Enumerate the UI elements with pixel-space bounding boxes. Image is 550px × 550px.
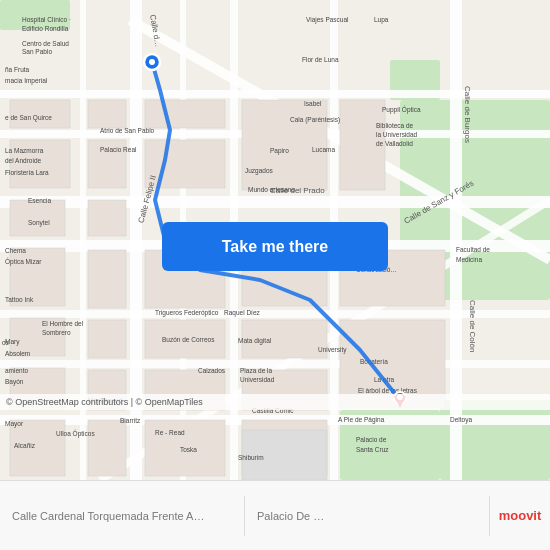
svg-text:Re - Read: Re - Read [155, 429, 185, 436]
svg-text:Santa Cruz: Santa Cruz [356, 446, 389, 453]
svg-text:Deltoya: Deltoya [450, 416, 472, 424]
destination-section: Palacio De … [245, 502, 489, 530]
svg-text:Palacio de: Palacio de [356, 436, 387, 443]
svg-rect-30 [145, 100, 225, 128]
attribution-text: © OpenStreetMap contributors | © OpenMap… [6, 397, 203, 407]
svg-point-124 [149, 59, 155, 65]
svg-text:Esencia: Esencia [28, 197, 52, 204]
svg-text:Chema: Chema [5, 247, 26, 254]
svg-text:Mundo artesano: Mundo artesano [248, 186, 295, 193]
svg-text:Calle de Burgos: Calle de Burgos [463, 86, 472, 143]
svg-text:Floristería Lara: Floristería Lara [5, 169, 49, 176]
svg-text:Toska: Toska [180, 446, 197, 453]
svg-text:Atrio de San Pablo: Atrio de San Pablo [100, 127, 155, 134]
take-me-there-button[interactable]: Take me there [162, 222, 388, 271]
svg-text:Mayor: Mayor [5, 420, 24, 428]
svg-rect-35 [242, 100, 327, 190]
svg-text:Bayón: Bayón [5, 378, 24, 386]
moovit-logo: moovit [490, 508, 550, 523]
svg-text:Isabel: Isabel [304, 100, 322, 107]
svg-rect-23 [10, 200, 65, 236]
svg-rect-31 [145, 140, 225, 188]
svg-text:La Mazmorra: La Mazmorra [5, 147, 44, 154]
origin-section: Calle Cardenal Torquemada Frente A… [0, 502, 244, 530]
svg-text:San Pablo: San Pablo [22, 48, 52, 55]
svg-text:Juzgados: Juzgados [245, 167, 274, 175]
svg-text:Calle de Colón: Calle de Colón [468, 300, 477, 352]
svg-text:Buzón de Correos: Buzón de Correos [162, 336, 215, 343]
svg-text:Viajes Pascual: Viajes Pascual [306, 16, 349, 24]
svg-text:Palacio Real: Palacio Real [100, 146, 137, 153]
origin-label: Calle Cardenal Torquemada Frente A… [12, 510, 232, 522]
svg-text:Sombrero: Sombrero [42, 329, 71, 336]
svg-text:Hospital Clínico ·: Hospital Clínico · [22, 16, 71, 24]
moovit-text: moovit [499, 508, 542, 523]
svg-text:Shiburim: Shiburim [238, 454, 264, 461]
svg-text:Papiro: Papiro [270, 147, 289, 155]
svg-text:Universidad: Universidad [240, 376, 275, 383]
svg-rect-48 [88, 420, 126, 476]
svg-text:Óptica Mizar: Óptica Mizar [5, 257, 42, 266]
bottom-bar: Calle Cardenal Torquemada Frente A… Pala… [0, 480, 550, 550]
svg-text:Cala (Paréntesis): Cala (Paréntesis) [290, 116, 340, 124]
svg-text:Alcañiz: Alcañiz [14, 442, 36, 449]
svg-rect-46 [88, 320, 126, 358]
svg-rect-27 [88, 100, 126, 128]
svg-text:Calzados: Calzados [198, 367, 226, 374]
svg-rect-45 [88, 250, 126, 308]
svg-text:A Pie de Página: A Pie de Página [338, 416, 385, 424]
svg-text:El árbol de las letras: El árbol de las letras [358, 387, 418, 394]
map-attribution: © OpenStreetMap contributors | © OpenMap… [0, 394, 550, 410]
destination-label: Palacio De … [257, 510, 477, 522]
svg-text:Ulloa Ópticos: Ulloa Ópticos [56, 429, 95, 438]
svg-text:macia Imperial: macia Imperial [5, 77, 48, 85]
svg-text:Absolem: Absolem [5, 350, 30, 357]
svg-text:Puppil Óptica: Puppil Óptica [382, 105, 421, 114]
svg-text:Raquel Díez: Raquel Díez [224, 309, 261, 317]
svg-text:de Valladolid: de Valladolid [376, 140, 413, 147]
svg-text:Sonytel: Sonytel [28, 219, 50, 227]
svg-text:Plaza de la: Plaza de la [240, 367, 273, 374]
svg-text:Trigueros Federóptico: Trigueros Federóptico [155, 309, 219, 317]
svg-text:ña Fruta: ña Fruta [5, 66, 30, 73]
svg-text:os: os [2, 339, 10, 346]
svg-text:la Universidad: la Universidad [376, 131, 418, 138]
svg-text:Bocatería: Bocatería [360, 358, 388, 365]
svg-text:Medicina: Medicina [456, 256, 482, 263]
svg-text:Mata digital: Mata digital [238, 337, 272, 345]
svg-text:Centro de Salud: Centro de Salud [22, 40, 69, 47]
svg-text:Edificio Rondilla: Edificio Rondilla [22, 25, 69, 32]
svg-text:Facultad de: Facultad de [456, 246, 490, 253]
svg-rect-29 [88, 200, 126, 236]
map-container: Calle del Prado Calle del Paraíso Calle … [0, 0, 550, 480]
svg-text:del Androide: del Androide [5, 157, 42, 164]
svg-text:Biarritz: Biarritz [120, 417, 141, 424]
svg-text:Lucama: Lucama [312, 146, 336, 153]
svg-text:Biblioteca de: Biblioteca de [376, 122, 414, 129]
svg-text:El Hombre del: El Hombre del [42, 320, 84, 327]
svg-text:e de San Quirce: e de San Quirce [5, 114, 52, 122]
svg-text:Flor de Luna: Flor de Luna [302, 56, 339, 63]
svg-text:Lupa: Lupa [374, 16, 389, 24]
svg-text:amiento: amiento [5, 367, 29, 374]
svg-text:Tattoo Ink: Tattoo Ink [5, 296, 34, 303]
svg-text:University: University [318, 346, 347, 354]
